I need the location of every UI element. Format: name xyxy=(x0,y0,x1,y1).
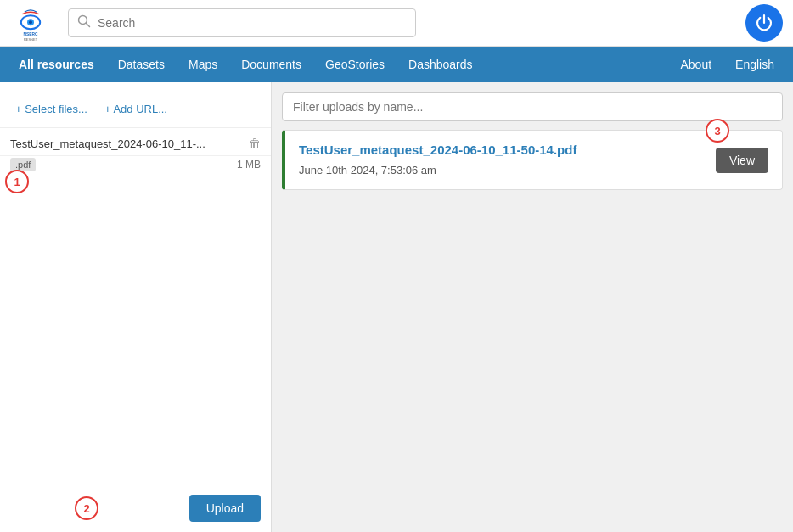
svg-point-3 xyxy=(29,20,32,24)
upload-card-date: June 10th 2024, 7:53:06 am xyxy=(299,164,436,176)
nav-item-about[interactable]: About xyxy=(668,47,723,82)
list-item: TestUser_metaquest_2024-06-10_11-... 🗑 xyxy=(0,132,271,156)
nav-item-datasets[interactable]: Datasets xyxy=(106,47,177,82)
nav-item-maps[interactable]: Maps xyxy=(177,47,229,82)
nav-item-geostories[interactable]: GeoStories xyxy=(313,47,396,82)
nserc-logo: NSERC RESNET xyxy=(10,4,51,42)
nav-item-all-resources[interactable]: All resources xyxy=(7,47,106,82)
step-1-badge: 1 xyxy=(5,170,29,193)
file-meta: .pdf 1 MB xyxy=(0,156,271,178)
search-input[interactable] xyxy=(98,16,407,30)
upload-card: 3 TestUser_metaquest_2024-06-10_11-50-14… xyxy=(282,130,783,190)
power-button[interactable] xyxy=(745,4,783,42)
main-content: 1 + Select files... + Add URL... TestUse… xyxy=(0,82,793,532)
upload-button[interactable]: Upload xyxy=(189,495,261,522)
svg-line-7 xyxy=(87,24,90,27)
top-bar: NSERC RESNET xyxy=(0,0,793,47)
select-files-button[interactable]: + Select files... xyxy=(10,99,93,119)
search-container xyxy=(68,8,416,37)
step-2-badge: 2 xyxy=(75,496,98,520)
logo: NSERC RESNET xyxy=(10,4,51,42)
nav-item-documents[interactable]: Documents xyxy=(229,47,313,82)
upload-card-name[interactable]: TestUser_metaquest_2024-06-10_11-50-14.p… xyxy=(299,143,716,157)
view-button[interactable]: View xyxy=(716,148,768,173)
svg-text:NSERC: NSERC xyxy=(24,32,38,36)
nav-bar: All resources Datasets Maps Documents Ge… xyxy=(0,47,793,82)
nav-item-dashboards[interactable]: Dashboards xyxy=(396,47,485,82)
delete-file-button[interactable]: 🗑 xyxy=(249,137,261,150)
left-panel: 1 + Select files... + Add URL... TestUse… xyxy=(0,82,272,532)
filter-input[interactable] xyxy=(282,92,783,121)
search-icon xyxy=(77,14,91,31)
step-3-badge: 3 xyxy=(706,119,729,143)
add-url-button[interactable]: + Add URL... xyxy=(99,99,172,119)
file-size: 1 MB xyxy=(237,159,261,171)
nav-item-english[interactable]: English xyxy=(723,47,786,82)
svg-text:RESNET: RESNET xyxy=(24,37,38,42)
upload-footer: Upload xyxy=(0,484,271,532)
file-name: TestUser_metaquest_2024-06-10_11-... xyxy=(10,137,244,150)
action-bar: + Select files... + Add URL... xyxy=(0,91,271,128)
file-list: TestUser_metaquest_2024-06-10_11-... 🗑 .… xyxy=(0,128,271,484)
upload-card-info: TestUser_metaquest_2024-06-10_11-50-14.p… xyxy=(299,143,716,177)
right-panel: 3 TestUser_metaquest_2024-06-10_11-50-14… xyxy=(272,82,793,532)
